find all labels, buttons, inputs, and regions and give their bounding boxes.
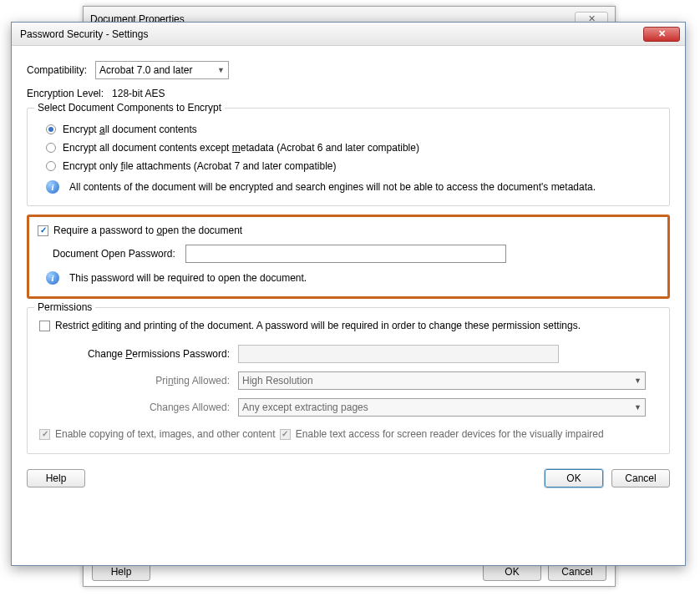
restrict-editing-label: Restrict editing and printing of the doc… [55, 320, 581, 331]
change-permissions-password-label: Change Permissions Password: [38, 348, 230, 360]
radio-encrypt-except-metadata[interactable]: Encrypt all document contents except met… [46, 142, 659, 154]
require-open-password-highlight: Require a password to open the document … [27, 215, 670, 299]
change-permissions-password-input [238, 345, 559, 363]
enable-copying-checkbox: Enable copying of text, images, and othe… [39, 428, 276, 440]
radio-encrypt-attachments[interactable]: Encrypt only file attachments (Acrobat 7… [46, 160, 659, 172]
open-password-info: This password will be required to open t… [69, 272, 307, 284]
printing-allowed-value: High Resolution [242, 375, 313, 386]
changes-allowed-value: Any except extracting pages [242, 402, 368, 413]
info-icon: i [46, 180, 59, 194]
changes-allowed-label: Changes Allowed: [38, 402, 230, 413]
restrict-editing-checkbox[interactable]: Restrict editing and printing of the doc… [39, 320, 581, 331]
checkbox-icon [39, 429, 50, 440]
changes-allowed-select: Any except extracting pages ▼ [238, 398, 646, 417]
enable-copying-label: Enable copying of text, images, and othe… [55, 428, 276, 440]
encryption-level-value: 128-bit AES [112, 88, 165, 99]
document-open-password-label: Document Open Password: [53, 248, 175, 260]
chevron-down-icon: ▼ [217, 66, 225, 74]
require-open-password-label: Require a password to open the document [53, 225, 242, 236]
info-icon: i [46, 271, 59, 285]
checkbox-icon [39, 321, 50, 331]
radio-icon [46, 124, 56, 134]
printing-allowed-label: Printing Allowed: [38, 375, 230, 386]
password-security-window: Password Security - Settings ✕ Compatibi… [11, 22, 686, 566]
enable-screen-reader-checkbox: Enable text access for screen reader dev… [280, 428, 604, 440]
cancel-button[interactable]: Cancel [611, 469, 670, 487]
encrypt-components-legend: Select Document Components to Encrypt [34, 102, 225, 114]
compatibility-label: Compatibility: [27, 64, 87, 76]
password-security-titlebar: Password Security - Settings ✕ [12, 23, 685, 46]
printing-allowed-select: High Resolution ▼ [238, 371, 646, 390]
encrypt-info-text: All contents of the document will be enc… [69, 181, 596, 193]
compatibility-value: Acrobat 7.0 and later [99, 64, 192, 76]
radio-encrypt-attachments-label: Encrypt only file attachments (Acrobat 7… [63, 160, 337, 172]
radio-encrypt-all-label: Encrypt all document contents [63, 124, 197, 135]
close-icon[interactable]: ✕ [643, 27, 680, 42]
require-open-password-checkbox[interactable]: Require a password to open the document [38, 225, 242, 236]
checkbox-icon [38, 225, 48, 236]
radio-icon [46, 161, 56, 171]
encrypt-components-group: Select Document Components to Encrypt En… [27, 108, 670, 206]
radio-encrypt-all[interactable]: Encrypt all document contents [46, 124, 659, 135]
compatibility-select[interactable]: Acrobat 7.0 and later ▼ [95, 61, 229, 79]
enable-screen-reader-label: Enable text access for screen reader dev… [296, 428, 604, 440]
document-open-password-input[interactable] [185, 245, 506, 263]
ok-button[interactable]: OK [545, 469, 603, 487]
radio-encrypt-except-metadata-label: Encrypt all document contents except met… [63, 142, 419, 154]
encryption-level-label: Encryption Level: [27, 88, 104, 99]
permissions-legend: Permissions [34, 301, 95, 313]
password-security-title: Password Security - Settings [17, 28, 643, 40]
permissions-group: Permissions Restrict editing and printin… [27, 307, 670, 454]
radio-icon [46, 143, 56, 153]
help-button[interactable]: Help [27, 469, 85, 487]
checkbox-icon [280, 429, 291, 440]
chevron-down-icon: ▼ [634, 376, 642, 385]
chevron-down-icon: ▼ [634, 403, 642, 412]
